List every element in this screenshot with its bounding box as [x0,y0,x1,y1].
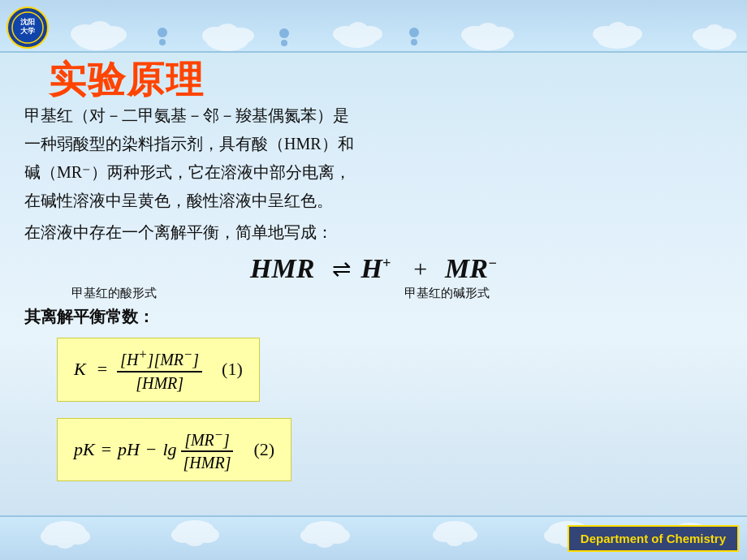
svg-point-26 [281,40,287,46]
formula2-number: (2) [253,439,274,460]
paragraph-2: 在溶液中存在一个离解平衡，简单地写成： [24,218,723,247]
formula2-numerator: [MR−] [181,427,233,453]
svg-point-48 [446,533,464,546]
svg-point-29 [409,28,419,37]
paragraph-3: 其离解平衡常数： [24,306,723,328]
svg-point-28 [411,39,417,45]
slide: 沈阳 大学 实验原理 甲基红（对－二甲氨基－邻－羧基偶氮苯）是 一种弱酸型的染料… [0,0,747,560]
formula-box-2: pK = pH − lg [MR−] [HMR] (2) [24,413,723,487]
formula2-fraction: [MR−] [HMR] [180,427,235,473]
main-content: 甲基红（对－二甲氨基－邻－羧基偶氮苯）是 一种弱酸型的染料指示剂，具有酸（HMR… [24,101,723,511]
eq-arrows: ⇌ [332,256,349,282]
formula1-k: K [74,359,86,380]
formula2-ph: pH [118,439,140,460]
svg-point-24 [159,39,166,45]
formula1-numerator: [H+][MR−] [117,347,202,373]
svg-text:大学: 大学 [19,27,35,35]
formula2-minus: − [146,439,156,460]
formula1-fraction: [H+][MR−] [HMR] [117,347,202,393]
svg-point-40 [185,533,205,546]
svg-point-23 [706,24,723,37]
university-logo: 沈阳 大学 [6,6,49,49]
svg-point-19 [608,22,628,37]
svg-point-11 [348,22,368,37]
svg-text:沈阳: 沈阳 [20,18,35,26]
label-base: 甲基红的碱形式 [365,286,528,301]
svg-point-3 [89,21,111,37]
svg-point-44 [315,533,335,548]
formula2-lg: lg [162,439,176,460]
equilibrium-equation: HMR ⇌ H+ + MR− [24,253,723,284]
eq-h: H+ [361,253,391,284]
formula2-pk: pK [74,439,95,460]
formula1-denominator: [HMR] [132,373,187,393]
formula2-denominator: [HMR] [180,452,235,472]
svg-point-7 [217,24,238,38]
top-clouds [0,0,747,53]
paragraph-1: 甲基红（对－二甲氨基－邻－羧基偶氮苯）是 一种弱酸型的染料指示剂，具有酸（HMR… [24,101,723,215]
eq-hmr: HMR [250,253,314,284]
svg-point-15 [477,23,499,37]
formula1-number: (1) [222,359,243,380]
slide-title: 实验原理 [49,55,205,106]
svg-point-25 [158,28,167,37]
formula1-eq: = [97,359,107,380]
equation-labels: 甲基红的酸形式 甲基红的碱形式 [24,286,723,301]
eq-mr: MR− [445,253,497,284]
logo-text: 沈阳 大学 [11,11,44,44]
eq-plus: + [413,255,427,282]
formula-box-1: K = [H+][MR−] [HMR] (1) [24,333,723,407]
label-acid: 甲基红的酸形式 [24,286,203,301]
department-badge: Department of Chemistry [568,525,739,552]
svg-point-36 [55,534,75,549]
svg-point-27 [279,28,289,38]
formula2-eq: = [101,439,111,460]
